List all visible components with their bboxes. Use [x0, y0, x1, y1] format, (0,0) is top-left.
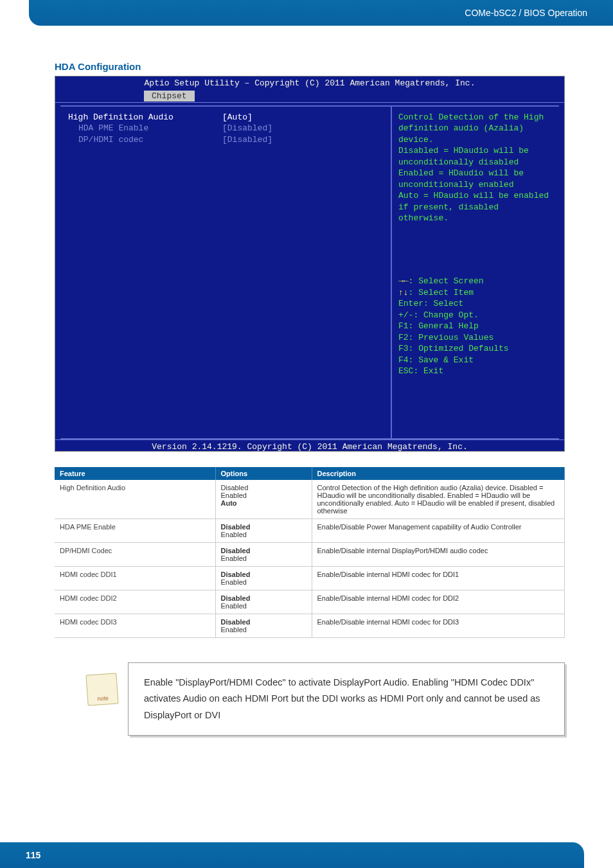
- bios-key-legend-row: ↑↓: Select Item: [398, 287, 553, 299]
- bios-key-desc: : Previous Values: [409, 333, 494, 342]
- cell-description: Control Detection of the High definition…: [312, 480, 565, 519]
- bios-key-desc: : Exit: [413, 366, 443, 376]
- cell-feature: HDMI codec DDI2: [55, 590, 215, 614]
- bios-screenshot: Aptio Setup Utility – Copyright (C) 2011…: [55, 76, 565, 452]
- bios-key: →←: [398, 276, 409, 286]
- bios-settings-pane: High Definition Audio[Auto]HDA PME Enabl…: [60, 107, 392, 438]
- bios-key: ESC: [398, 366, 413, 376]
- bios-setting-value: [Disabled]: [222, 123, 338, 134]
- bios-key: F4: [398, 355, 409, 365]
- note-text: Enable "DisplayPort/HDMI Codec" to activ…: [128, 662, 565, 736]
- bios-help-line: unconditionally enabled: [398, 179, 553, 191]
- bios-key-desc: : General Help: [409, 321, 479, 331]
- option-line: Disabled: [221, 523, 306, 531]
- bios-key-legend-row: F3: Optimized Defaults: [398, 343, 553, 355]
- bios-help-text: Control Detection of the Highdefinition …: [398, 112, 553, 224]
- bios-key: F1: [398, 321, 409, 331]
- bios-setting-row[interactable]: HDA PME Enable[Disabled]: [68, 123, 383, 134]
- bios-key: +/-: [398, 310, 413, 320]
- option-line: Disabled: [221, 618, 306, 626]
- bios-key-legend-row: F4: Save & Exit: [398, 355, 553, 366]
- bios-key-legend-row: ESC: Exit: [398, 366, 553, 377]
- bios-help-line: Disabled = HDaudio will be: [398, 145, 553, 157]
- bios-help-line: Auto = HDaudio will be enabled: [398, 190, 553, 202]
- table-header-description: Description: [312, 467, 565, 480]
- bios-help-line: unconditionally disabled: [398, 157, 553, 168]
- table-header-options: Options: [215, 467, 312, 480]
- cell-description: Enable/Disable Power Management capabili…: [312, 519, 565, 543]
- cell-feature: DP/HDMI Codec: [55, 543, 215, 567]
- bios-key-legend-row: F2: Previous Values: [398, 332, 553, 344]
- cell-options: DisabledEnabledAuto: [215, 480, 312, 519]
- cell-options: DisabledEnabled: [215, 590, 312, 614]
- cell-feature: HDMI codec DDI1: [55, 567, 215, 590]
- bios-setting-row[interactable]: High Definition Audio[Auto]: [68, 112, 383, 123]
- note-callout: note Enable "DisplayPort/HDMI Codec" to …: [87, 662, 565, 736]
- option-line: Enabled: [221, 626, 306, 633]
- bios-setting-label: HDA PME Enable: [68, 123, 222, 134]
- breadcrumb: COMe-bSC2 / BIOS Operation: [465, 8, 587, 18]
- cell-options: DisabledEnabled: [215, 543, 312, 567]
- bios-key-desc: : Select Item: [409, 288, 474, 297]
- option-line: Enabled: [221, 602, 306, 610]
- bios-key-legend-row: F1: General Help: [398, 321, 553, 332]
- table-row: DP/HDMI CodecDisabledEnabledEnable/Disab…: [55, 543, 565, 567]
- bios-key-legend-row: →←: Select Screen: [398, 276, 553, 287]
- bios-tab-chipset[interactable]: Chipset: [144, 91, 195, 102]
- bios-setting-label: High Definition Audio: [68, 112, 222, 123]
- option-line: Auto: [221, 499, 306, 507]
- option-line: Disabled: [221, 571, 306, 578]
- bios-key-desc: : Select: [423, 299, 463, 308]
- bios-key: F2: [398, 333, 409, 342]
- cell-feature: HDMI codec DDI3: [55, 614, 215, 638]
- bios-key-desc: : Select Screen: [409, 276, 484, 286]
- bios-key: F3: [398, 344, 409, 353]
- bios-help-line: if present, disabled otherwise.: [398, 202, 553, 224]
- table-row: HDMI codec DDI3DisabledEnabledEnable/Dis…: [55, 614, 565, 638]
- table-row: HDA PME EnableDisabledEnabledEnable/Disa…: [55, 519, 565, 543]
- option-line: Enabled: [221, 531, 306, 538]
- page-number: 115: [26, 850, 40, 860]
- bios-key-desc: : Change Opt.: [413, 310, 478, 320]
- option-line: Enabled: [221, 554, 306, 562]
- bios-key-legend-row: +/-: Change Opt.: [398, 310, 553, 321]
- option-line: Disabled: [221, 594, 306, 602]
- bios-setting-row[interactable]: DP/HDMI codec[Disabled]: [68, 134, 383, 146]
- bios-top-bar: Aptio Setup Utility – Copyright (C) 2011…: [55, 76, 564, 103]
- bios-help-line: definition audio (Azalia): [398, 123, 553, 134]
- option-line: Disabled: [221, 484, 306, 492]
- cell-feature: High Definition Audio: [55, 480, 215, 519]
- page-footer: 115: [0, 842, 584, 868]
- cell-options: DisabledEnabled: [215, 519, 312, 543]
- cell-options: DisabledEnabled: [215, 614, 312, 638]
- bios-help-line: device.: [398, 134, 553, 146]
- cell-feature: HDA PME Enable: [55, 519, 215, 543]
- reference-table: Feature Options Description High Definit…: [55, 467, 565, 638]
- header-band: COMe-bSC2 / BIOS Operation: [29, 0, 613, 26]
- cell-description: Enable/Disable internal DisplayPort/HDMI…: [312, 543, 565, 567]
- bios-footer: Version 2.14.1219. Copyright (C) 2011 Am…: [55, 439, 564, 457]
- cell-description: Enable/Disable internal HDMI codec for D…: [312, 590, 565, 614]
- bios-help-line: Enabled = HDaudio will be: [398, 168, 553, 179]
- note-icon: note: [85, 673, 118, 705]
- bios-help-pane: Control Detection of the Highdefinition …: [392, 107, 559, 438]
- bios-help-line: Control Detection of the High: [398, 112, 553, 123]
- table-row: High Definition AudioDisabledEnabledAuto…: [55, 480, 565, 519]
- cell-description: Enable/Disable internal HDMI codec for D…: [312, 614, 565, 638]
- section-title: HDA Configuration: [55, 61, 565, 72]
- table-row: HDMI codec DDI1DisabledEnabledEnable/Dis…: [55, 567, 565, 590]
- bios-key: Enter: [398, 299, 423, 308]
- bios-setting-value: [Auto]: [222, 112, 338, 123]
- bios-key-desc: : Optimized Defaults: [409, 344, 509, 353]
- cell-options: DisabledEnabled: [215, 567, 312, 590]
- table-header-feature: Feature: [55, 467, 215, 480]
- option-line: Disabled: [221, 547, 306, 554]
- bios-key: ↑↓: [398, 288, 409, 297]
- cell-description: Enable/Disable internal HDMI codec for D…: [312, 567, 565, 590]
- bios-title: Aptio Setup Utility – Copyright (C) 2011…: [55, 78, 564, 89]
- bios-key-desc: : Save & Exit: [409, 355, 474, 365]
- option-line: Enabled: [221, 578, 306, 586]
- bios-setting-label: DP/HDMI codec: [68, 134, 222, 146]
- bios-key-legend: →←: Select Screen↑↓: Select ItemEnter: S…: [398, 276, 553, 377]
- bios-setting-value: [Disabled]: [222, 134, 338, 146]
